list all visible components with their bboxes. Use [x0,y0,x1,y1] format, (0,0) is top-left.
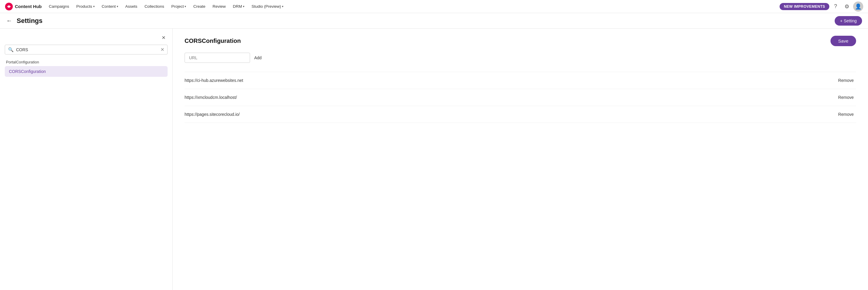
table-row: https://pages.sitecorecloud.io/ Remove [185,106,856,123]
user-avatar[interactable]: 👤 [853,1,863,11]
avatar-icon: 👤 [855,3,862,10]
page-title: Settings [17,17,42,25]
back-arrow-icon: ← [6,17,12,24]
nav-item-studio[interactable]: Studio (Preview) ▾ [249,3,286,10]
sidebar-section-label: PortalConfiguration [5,60,167,64]
url-value: https://xmcloudcm.localhost/ [185,95,237,100]
chevron-down-icon: ▾ [93,5,95,8]
chevron-down-icon: ▾ [282,5,283,8]
chevron-down-icon: ▾ [185,5,186,8]
table-row: https://ci-hub.azurewebsites.net Remove [185,72,856,89]
chevron-down-icon: ▾ [117,5,118,8]
nav-item-review[interactable]: Review [210,3,228,10]
nav-item-project[interactable]: Project ▾ [168,3,189,10]
search-icon: 🔍 [8,47,14,52]
settings-header-left: ← Settings [5,17,42,25]
help-button[interactable]: ? [831,1,841,11]
search-clear-button[interactable]: ✕ [160,47,164,52]
url-list: https://ci-hub.azurewebsites.net Remove … [185,72,856,123]
settings-header: ← Settings + Setting [0,13,868,29]
url-input[interactable] [185,53,250,63]
nav-item-assets[interactable]: Assets [122,3,141,10]
gear-icon: ⚙ [844,3,849,10]
remove-button-1[interactable]: Remove [836,94,856,100]
settings-gear-button[interactable]: ⚙ [842,1,852,11]
sidebar-close-button[interactable]: ✕ [159,33,167,42]
add-setting-button[interactable]: + Setting [835,16,862,26]
back-button[interactable]: ← [5,17,14,25]
nav-item-drm[interactable]: DRM ▾ [230,3,247,10]
sidebar-nav-item-cors[interactable]: CORSConfiguration [5,66,167,77]
chevron-down-icon: ▾ [243,5,244,8]
nav-item-create[interactable]: Create [190,3,208,10]
content-area: CORSConfiguration Save Add https://ci-hu… [173,29,868,290]
top-navigation: Content Hub Campaigns Products ▾ Content… [0,0,868,13]
question-icon: ? [834,3,837,9]
remove-button-2[interactable]: Remove [836,111,856,117]
save-button[interactable]: Save [831,36,856,46]
url-add-row: Add [185,53,856,63]
remove-button-0[interactable]: Remove [836,78,856,83]
search-wrapper: 🔍 ✕ [5,45,167,55]
url-value: https://pages.sitecorecloud.io/ [185,112,240,117]
brand-logo[interactable]: Content Hub [5,2,42,11]
settings-sidebar: ✕ 🔍 ✕ PortalConfiguration CORSConfigurat… [0,29,173,290]
table-row: https://xmcloudcm.localhost/ Remove [185,89,856,106]
new-improvements-button[interactable]: NEW IMPROVEMENTS [780,3,829,10]
nav-item-campaigns[interactable]: Campaigns [46,3,72,10]
brand-icon [5,2,13,11]
search-input[interactable] [16,47,158,52]
brand-name: Content Hub [15,4,42,9]
content-header: CORSConfiguration [185,37,856,45]
sidebar-top-row: ✕ [5,33,167,42]
nav-item-collections[interactable]: Collections [142,3,167,10]
content-title: CORSConfiguration [185,37,241,45]
url-value: https://ci-hub.azurewebsites.net [185,78,243,83]
nav-item-content[interactable]: Content ▾ [99,3,121,10]
add-url-button[interactable]: Add [254,55,262,60]
nav-item-products[interactable]: Products ▾ [73,3,97,10]
main-layout: ✕ 🔍 ✕ PortalConfiguration CORSConfigurat… [0,29,868,290]
